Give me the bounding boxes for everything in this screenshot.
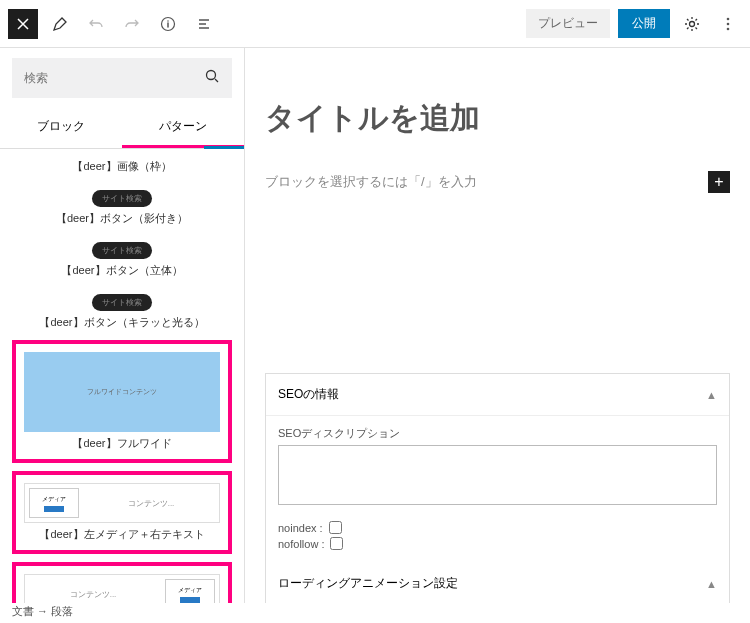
seo-panel-toggle[interactable]: SEOの情報 ▲ bbox=[266, 374, 729, 416]
pattern-media-left[interactable]: メディア コンテンツ... 【deer】左メディア＋右テキスト bbox=[12, 471, 232, 554]
nofollow-checkbox[interactable] bbox=[330, 537, 343, 550]
chevron-up-icon: ▲ bbox=[706, 578, 717, 590]
button-preview: サイト検索 bbox=[92, 190, 152, 207]
undo-icon[interactable] bbox=[82, 10, 110, 38]
pattern-item[interactable]: サイト検索 【deer】ボタン（影付き） bbox=[0, 184, 244, 226]
pattern-label: 【deer】フルワイド bbox=[24, 436, 220, 451]
meta-panels: SEOの情報 ▲ SEOディスクリプション noindex : nofollow… bbox=[265, 373, 730, 603]
inserter-sidebar: ブロック パターン 【deer】画像（枠） サイト検索 【deer】ボタン（影付… bbox=[0, 48, 245, 603]
inserter-tabs: ブロック パターン bbox=[0, 108, 244, 149]
fullwide-preview: フルワイドコンテンツ bbox=[24, 352, 220, 432]
media-preview: メディア コンテンツ... bbox=[24, 483, 220, 523]
toolbar-left bbox=[8, 9, 218, 39]
svg-point-5 bbox=[207, 71, 216, 80]
content-ph: コンテンツ... bbox=[29, 589, 157, 600]
pattern-label: 【deer】左メディア＋右テキスト bbox=[24, 527, 220, 542]
loading-heading: ローディングアニメーション設定 bbox=[278, 575, 458, 592]
post-title[interactable]: タイトルを追加 bbox=[265, 98, 730, 139]
info-icon[interactable] bbox=[154, 10, 182, 38]
seo-description-input[interactable] bbox=[278, 445, 717, 505]
svg-point-2 bbox=[727, 17, 730, 20]
preview-button[interactable]: プレビュー bbox=[526, 9, 610, 38]
block-hint-text[interactable]: ブロックを選択するには「/」を入力 bbox=[265, 173, 477, 191]
block-breadcrumb[interactable]: 文書 → 段落 bbox=[12, 600, 73, 623]
add-block-button[interactable]: + bbox=[708, 171, 730, 193]
pattern-media-right[interactable]: コンテンツ... メディア 【deer】左テキスト＋右メディア bbox=[12, 562, 232, 603]
svg-point-4 bbox=[727, 27, 730, 30]
loading-panel-toggle[interactable]: ローディングアニメーション設定 ▲ bbox=[266, 563, 729, 603]
pattern-label: 【deer】ボタン（立体） bbox=[16, 263, 228, 278]
search-wrap bbox=[0, 48, 244, 108]
noindex-label: noindex : bbox=[278, 522, 323, 534]
pattern-label: 【deer】ボタン（影付き） bbox=[16, 211, 228, 226]
pattern-label: 【deer】画像（枠） bbox=[16, 159, 228, 174]
pattern-list[interactable]: 【deer】画像（枠） サイト検索 【deer】ボタン（影付き） サイト検索 【… bbox=[0, 149, 244, 603]
nofollow-label: nofollow : bbox=[278, 538, 324, 550]
chevron-up-icon: ▲ bbox=[706, 389, 717, 401]
noindex-checkbox[interactable] bbox=[329, 521, 342, 534]
svg-point-3 bbox=[727, 22, 730, 25]
media-thumb: メディア bbox=[29, 488, 79, 518]
editor-canvas[interactable]: タイトルを追加 ブロックを選択するには「/」を入力 + SEOの情報 ▲ SEO… bbox=[245, 48, 750, 603]
tab-patterns[interactable]: パターン bbox=[122, 108, 244, 148]
button-preview: サイト検索 bbox=[92, 294, 152, 311]
svg-point-1 bbox=[690, 21, 695, 26]
content-ph: コンテンツ... bbox=[87, 498, 215, 509]
tab-blocks[interactable]: ブロック bbox=[0, 108, 122, 148]
edit-icon[interactable] bbox=[46, 10, 74, 38]
publish-button[interactable]: 公開 bbox=[618, 9, 670, 38]
toolbar-right: プレビュー 公開 bbox=[526, 9, 742, 38]
search-input[interactable] bbox=[24, 71, 204, 85]
main-area: ブロック パターン 【deer】画像（枠） サイト検索 【deer】ボタン（影付… bbox=[0, 48, 750, 603]
settings-icon[interactable] bbox=[678, 10, 706, 38]
search-icon bbox=[204, 68, 220, 88]
button-preview: サイト検索 bbox=[92, 242, 152, 259]
pattern-item[interactable]: サイト検索 【deer】ボタン（キラッと光る） bbox=[0, 288, 244, 330]
redo-icon[interactable] bbox=[118, 10, 146, 38]
topbar: プレビュー 公開 bbox=[0, 0, 750, 48]
close-button[interactable] bbox=[8, 9, 38, 39]
seo-desc-label: SEOディスクリプション bbox=[278, 426, 717, 441]
highlighted-patterns: フルワイドコンテンツ 【deer】フルワイド メディア コンテンツ... 【de… bbox=[12, 340, 232, 603]
pattern-fullwide[interactable]: フルワイドコンテンツ 【deer】フルワイド bbox=[12, 340, 232, 463]
pattern-item[interactable]: サイト検索 【deer】ボタン（立体） bbox=[0, 236, 244, 278]
seo-panel-body: SEOディスクリプション noindex : nofollow : bbox=[266, 416, 729, 563]
media-thumb: メディア bbox=[165, 579, 215, 603]
pattern-label: 【deer】ボタン（キラッと光る） bbox=[16, 315, 228, 330]
pattern-item[interactable]: 【deer】画像（枠） bbox=[0, 159, 244, 174]
search-box[interactable] bbox=[12, 58, 232, 98]
outline-icon[interactable] bbox=[190, 10, 218, 38]
more-icon[interactable] bbox=[714, 10, 742, 38]
media-preview: コンテンツ... メディア bbox=[24, 574, 220, 603]
block-appender: ブロックを選択するには「/」を入力 + bbox=[265, 171, 730, 193]
seo-heading: SEOの情報 bbox=[278, 386, 339, 403]
